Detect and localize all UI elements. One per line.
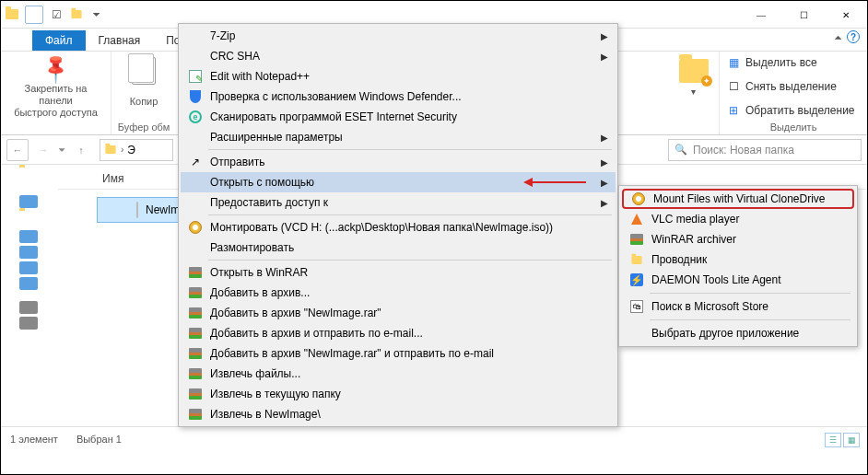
ctx-label: Открыть с помощью: [210, 176, 314, 189]
ctx-label: Извлечь в NewImage\: [210, 408, 321, 421]
ctx-открыть-с-помощью[interactable]: Открыть с помощью▶: [181, 172, 616, 192]
ctx-монтировать-vcd-h-ackp-desktop[interactable]: Монтировать (VCD H: (...ackp\Desktop\Нов…: [181, 217, 616, 238]
history-dropdown[interactable]: ⏷: [58, 145, 66, 155]
sub-label: WinRAR archiver: [651, 233, 736, 246]
tree-item[interactable]: [19, 195, 38, 208]
ctx-размонтировать[interactable]: Размонтировать: [181, 238, 616, 258]
ctx-предоставить-доступ-к[interactable]: Предоставить доступ к▶: [181, 192, 616, 213]
address-field[interactable]: › Э: [100, 139, 173, 161]
ctx-label: Размонтировать: [210, 241, 294, 254]
up-button[interactable]: ↑: [70, 139, 92, 161]
context-menu[interactable]: 7-Zip▶CRC SHA▶✎Edit with Notepad++Провер…: [178, 23, 618, 427]
nav-tree[interactable]: [6, 165, 45, 332]
openwith-search-store[interactable]: 🛍Поиск в Microsoft Store: [622, 296, 854, 317]
tree-item[interactable]: [19, 277, 38, 290]
ctx-извлечь-в-текущую-папку[interactable]: Извлечь в текущую папку: [181, 384, 616, 404]
ctx-label: Сканировать программой ESET Internet Sec…: [210, 110, 457, 123]
select-none-button[interactable]: ☐Снять выделение: [725, 77, 839, 96]
sub-label: Выбрать другое приложение: [651, 327, 799, 340]
winrar-icon: [186, 285, 205, 300]
ctx-сканировать-программой-eset-in[interactable]: eСканировать программой ESET Internet Se…: [181, 107, 616, 127]
tree-item[interactable]: [19, 211, 38, 227]
openwith-winrar-archiver[interactable]: WinRAR archiver: [622, 229, 854, 249]
maximize-button[interactable]: ☐: [782, 2, 825, 28]
ctx-проверка-с-использованием-wind[interactable]: Проверка с использованием Windows Defend…: [181, 87, 616, 107]
ctx-label: Расширенные параметры: [210, 131, 343, 144]
qat-dropdown-icon[interactable]: ⏷: [89, 7, 104, 22]
tree-item[interactable]: [19, 317, 38, 330]
ctx-открыть-в-winrar[interactable]: Открыть в WinRAR: [181, 262, 616, 283]
pin-group[interactable]: 📌 Закрепить на панели быстрого доступа: [1, 52, 111, 134]
copy-label: Копир: [130, 96, 158, 107]
openwith-mount-files-with-virtual-clone[interactable]: Mount Files with Virtual CloneDrive: [622, 189, 854, 209]
select-all-icon: ▦: [727, 56, 740, 69]
folder-icon: [628, 252, 646, 267]
tab-home[interactable]: Главная: [86, 30, 154, 51]
sub-label: Проводник: [651, 253, 707, 266]
forward-button[interactable]: →: [32, 139, 54, 161]
ctx-добавить-в-архив-newimage-rar-[interactable]: Добавить в архив "NewImage.rar": [181, 303, 616, 323]
winrar-icon: [186, 387, 205, 401]
pin-icon: 📌: [39, 52, 73, 86]
shield-icon: [186, 89, 205, 104]
small-folder-icon[interactable]: [69, 7, 84, 22]
sub-label: VLC media player: [651, 213, 739, 226]
submenu-arrow-icon: ▶: [601, 133, 608, 143]
status-items: 1 элемент: [10, 434, 58, 445]
search-input[interactable]: 🔍 Поиск: Новая папка: [668, 139, 862, 161]
store-icon: 🛍: [628, 299, 646, 314]
ctx-label: Добавить в архив и отправить по e-mail..…: [210, 327, 423, 340]
ctx-расширенные-параметры[interactable]: Расширенные параметры▶: [181, 127, 616, 147]
blank-icon: [186, 240, 205, 255]
vcd-icon: [186, 220, 205, 235]
ctx-crc-sha[interactable]: CRC SHA▶: [181, 46, 616, 66]
ctx-отправить[interactable]: ↗Отправить▶: [181, 152, 616, 172]
eset-icon: e: [186, 110, 205, 124]
openwith-vlc-media-player[interactable]: VLC media player: [622, 209, 854, 229]
chevron-up-icon[interactable]: ⏶: [834, 32, 843, 42]
tree-item[interactable]: [19, 230, 38, 243]
ctx-label: Извлечь в текущую папку: [210, 388, 341, 400]
submenu-arrow-icon: ▶: [601, 178, 608, 188]
daemon-icon: ⚡: [628, 272, 646, 287]
tree-item[interactable]: [19, 301, 38, 314]
winrar-icon: [186, 366, 205, 381]
openwith--[interactable]: Проводник: [622, 249, 854, 270]
vcd-icon: [629, 191, 648, 206]
openwith-choose-other[interactable]: Выбрать другое приложение: [622, 323, 854, 343]
winrar-icon: [186, 346, 205, 361]
ctx-label: Проверка с использованием Windows Defend…: [210, 90, 462, 103]
tab-file[interactable]: Файл: [32, 30, 86, 51]
ctx-добавить-в-архив-newimage-rar-[interactable]: Добавить в архив "NewImage.rar" и отправ…: [181, 343, 616, 364]
view-icons-icon[interactable]: ▦: [843, 433, 860, 447]
ctx-извлечь-файлы-[interactable]: Извлечь файлы...: [181, 364, 616, 384]
col-name[interactable]: Имя: [102, 172, 123, 185]
openwith-daemon-tools-lite-agent[interactable]: ⚡DAEMON Tools Lite Agent: [622, 270, 854, 290]
invert-button[interactable]: ⊞Обратить выделение: [725, 101, 857, 120]
qat-border-icon[interactable]: [25, 6, 43, 24]
back-button[interactable]: ←: [6, 139, 29, 161]
vlc-icon: [628, 212, 646, 226]
new-folder-group[interactable]: ✦ ▾: [668, 52, 720, 134]
tree-item[interactable]: [19, 246, 38, 259]
submenu-arrow-icon: ▶: [601, 52, 608, 62]
status-bar: 1 элемент Выбран 1 ☰ ▦: [1, 426, 867, 450]
copy-icon[interactable]: [132, 57, 156, 85]
ctx-edit-with-notepad-[interactable]: ✎Edit with Notepad++: [181, 66, 616, 87]
ctx-7-zip[interactable]: 7-Zip▶: [181, 26, 616, 46]
sub-label: Поиск в Microsoft Store: [651, 300, 768, 313]
ctx-извлечь-в-newimage-[interactable]: Извлечь в NewImage\: [181, 404, 616, 424]
ctx-label: Отправить: [210, 156, 265, 168]
help-icon[interactable]: ?: [847, 30, 860, 43]
ctx-добавить-в-архив-[interactable]: Добавить в архив...: [181, 283, 616, 303]
close-button[interactable]: ✕: [825, 2, 867, 28]
sub-label: Mount Files with Virtual CloneDrive: [653, 192, 826, 205]
view-details-icon[interactable]: ☰: [825, 433, 841, 447]
minimize-button[interactable]: —: [740, 2, 782, 28]
ctx-добавить-в-архив-и-отправить-п[interactable]: Добавить в архив и отправить по e-mail..…: [181, 323, 616, 343]
qat-check-icon[interactable]: ☑: [49, 7, 64, 22]
select-all-button[interactable]: ▦Выделить все: [725, 53, 819, 72]
open-with-submenu[interactable]: Mount Files with Virtual CloneDriveVLC m…: [618, 185, 858, 347]
tree-item[interactable]: [19, 261, 38, 274]
tree-item[interactable]: [19, 168, 38, 184]
